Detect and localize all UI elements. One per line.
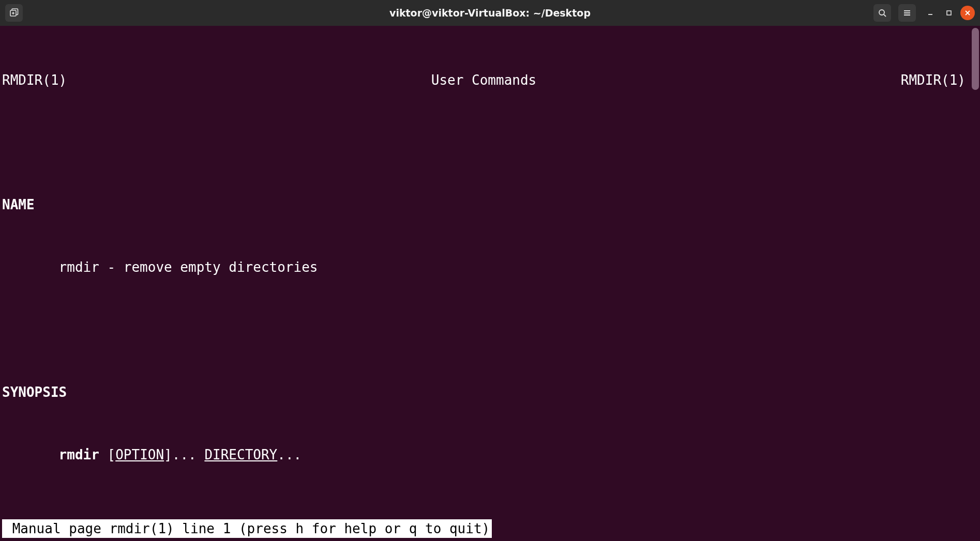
search-button[interactable]	[873, 4, 891, 22]
close-button[interactable]	[960, 6, 975, 20]
scrollbar-thumb[interactable]	[972, 28, 979, 90]
svg-rect-2	[947, 11, 951, 15]
svg-point-1	[879, 10, 884, 15]
synopsis-cmd: rmdir	[59, 447, 99, 462]
synopsis-option: OPTION	[115, 447, 164, 462]
window-titlebar: viktor@viktor-VirtualBox: ~/Desktop	[0, 0, 980, 26]
synopsis-directory: DIRECTORY	[204, 447, 277, 462]
man-header-left: RMDIR(1)	[2, 70, 67, 90]
synopsis-line: rmdir [OPTION]... DIRECTORY...	[2, 444, 978, 465]
section-synopsis-heading: SYNOPSIS	[2, 382, 978, 403]
window-title: viktor@viktor-VirtualBox: ~/Desktop	[0, 7, 980, 19]
titlebar-right	[873, 4, 975, 22]
name-line: rmdir - remove empty directories	[2, 257, 978, 277]
menu-button[interactable]	[898, 4, 916, 22]
maximize-button[interactable]	[942, 6, 956, 20]
man-header-line: RMDIR(1) User Commands RMDIR(1)	[2, 70, 978, 90]
man-header-center: User Commands	[431, 70, 537, 90]
section-name-heading: NAME	[2, 194, 978, 215]
new-tab-button[interactable]	[5, 4, 23, 22]
man-header-right: RMDIR(1)	[901, 70, 966, 90]
terminal-viewport[interactable]: RMDIR(1) User Commands RMDIR(1) NAME rmd…	[0, 26, 980, 541]
minimize-button[interactable]	[923, 6, 938, 20]
titlebar-left	[5, 4, 26, 22]
vertical-scrollbar[interactable]	[971, 26, 980, 541]
man-status-line: Manual page rmdir(1) line 1 (press h for…	[2, 519, 492, 538]
